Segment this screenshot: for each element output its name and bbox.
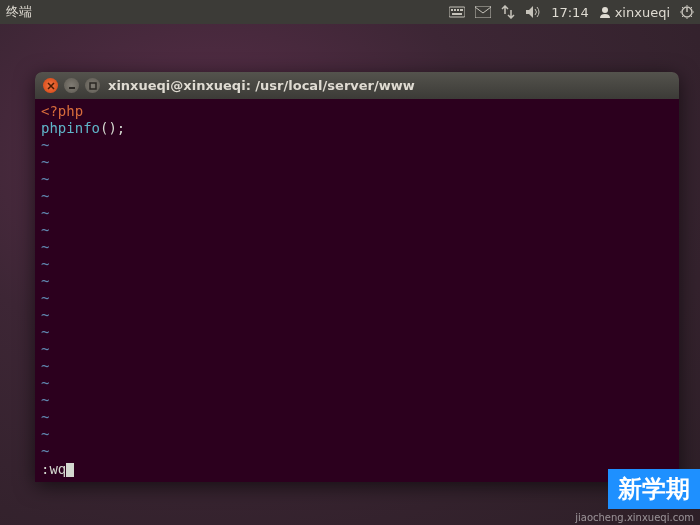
vim-tilde: ~ (41, 324, 673, 341)
panel-left: 终端 (6, 3, 32, 21)
window-titlebar[interactable]: xinxueqi@xinxueqi: /usr/local/server/www (35, 72, 679, 99)
vim-tilde: ~ (41, 443, 673, 460)
svg-rect-1 (451, 9, 453, 11)
vim-tilde: ~ (41, 205, 673, 222)
user-icon (599, 6, 611, 18)
user-label: xinxueqi (615, 5, 670, 20)
watermark-url: jiaocheng.xinxueqi.com (575, 512, 694, 523)
cursor (66, 463, 74, 477)
vim-tilde: ~ (41, 222, 673, 239)
vim-tilde: ~ (41, 290, 673, 307)
terminal-window: xinxueqi@xinxueqi: /usr/local/server/www… (35, 72, 679, 482)
svg-rect-6 (475, 6, 491, 18)
svg-rect-2 (454, 9, 456, 11)
mail-icon[interactable] (475, 6, 491, 18)
command-text: :wq (41, 461, 66, 478)
maximize-button[interactable] (85, 78, 100, 93)
vim-tilde: ~ (41, 171, 673, 188)
power-icon[interactable] (680, 5, 694, 19)
code-line: phpinfo(); (41, 120, 673, 137)
network-icon[interactable] (501, 5, 515, 19)
vim-tilde: ~ (41, 375, 673, 392)
terminal-body[interactable]: <?php phpinfo(); ~ ~ ~ ~ ~ ~ ~ ~ ~ ~ ~ ~… (35, 99, 679, 482)
keyboard-icon[interactable] (449, 6, 465, 18)
maximize-icon (89, 82, 97, 90)
svg-rect-3 (457, 9, 459, 11)
svg-rect-5 (452, 13, 462, 15)
vim-command-line[interactable]: :wq (41, 461, 673, 478)
top-panel: 终端 17:14 xinxueqi (0, 0, 700, 24)
minimize-icon (68, 82, 76, 90)
svg-point-7 (602, 7, 608, 13)
vim-tilde: ~ (41, 392, 673, 409)
active-app-label: 终端 (6, 3, 32, 21)
svg-rect-9 (69, 87, 75, 89)
vim-tilde: ~ (41, 188, 673, 205)
minimize-button[interactable] (64, 78, 79, 93)
watermark-badge: 新学期 (608, 469, 700, 509)
vim-tilde: ~ (41, 426, 673, 443)
vim-tilde: ~ (41, 256, 673, 273)
editor-content: <?php phpinfo(); ~ ~ ~ ~ ~ ~ ~ ~ ~ ~ ~ ~… (41, 103, 673, 461)
vim-tilde: ~ (41, 409, 673, 426)
vim-tilde: ~ (41, 358, 673, 375)
punct: (); (100, 120, 125, 136)
vim-tilde: ~ (41, 239, 673, 256)
vim-tilde: ~ (41, 273, 673, 290)
svg-rect-0 (449, 7, 465, 17)
svg-rect-4 (460, 9, 463, 11)
code-line: <?php (41, 103, 673, 120)
vim-tilde: ~ (41, 137, 673, 154)
window-controls (43, 78, 100, 93)
close-button[interactable] (43, 78, 58, 93)
close-icon (47, 82, 55, 90)
clock[interactable]: 17:14 (551, 5, 588, 20)
user-menu[interactable]: xinxueqi (599, 5, 670, 20)
vim-tilde: ~ (41, 341, 673, 358)
func-name: phpinfo (41, 120, 100, 136)
panel-right: 17:14 xinxueqi (449, 5, 694, 20)
svg-rect-10 (90, 83, 96, 89)
volume-icon[interactable] (525, 5, 541, 19)
vim-tilde: ~ (41, 154, 673, 171)
vim-tilde: ~ (41, 307, 673, 324)
window-title: xinxueqi@xinxueqi: /usr/local/server/www (108, 78, 415, 93)
